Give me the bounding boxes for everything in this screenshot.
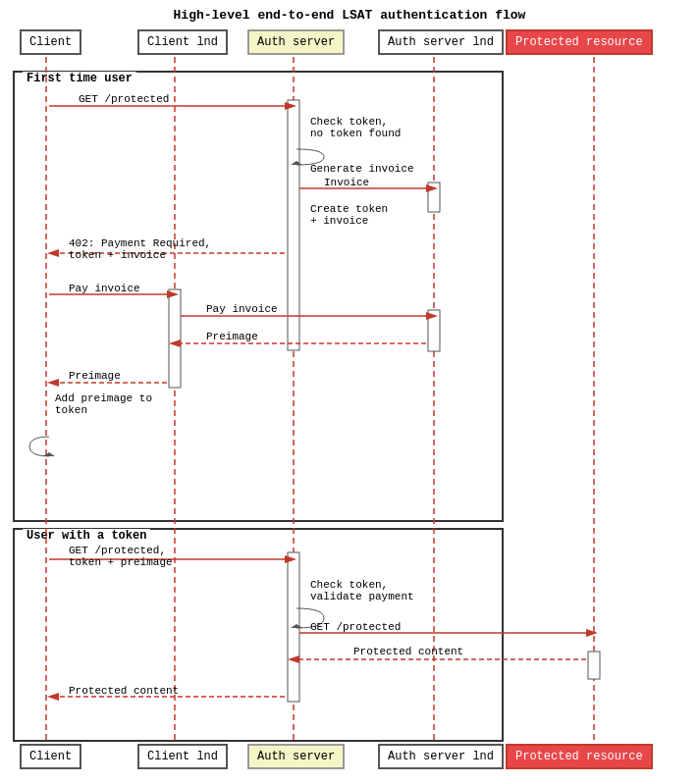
svg-rect-10 (588, 652, 600, 679)
group-first-time-user-label: First time user (23, 72, 136, 85)
msg-protected-content-2: Protected content (69, 685, 179, 697)
msg-generate-invoice: Generate invoice (310, 163, 414, 175)
msg-pay-invoice-2: Pay invoice (206, 303, 278, 315)
svg-marker-31 (586, 629, 598, 637)
msg-preimage-2: Preimage (69, 370, 121, 382)
diagram-container: High-level end-to-end LSAT authenticatio… (0, 0, 699, 784)
actor-client-top: Client (20, 29, 81, 55)
actor-auth-server-top: Auth server (247, 29, 345, 55)
actor-protected-resource-top: Protected resource (506, 29, 653, 55)
msg-check-token-not-found: Check token,no token found (310, 116, 401, 139)
actor-auth-server-bottom: Auth server (247, 744, 345, 769)
msg-get-protected-2: GET /protected,token + preimage (69, 545, 173, 568)
actor-protected-resource-bottom: Protected resource (506, 744, 653, 769)
actor-auth-server-ind-bottom: Auth server lnd (378, 744, 504, 769)
msg-get-protected-3: GET /protected (310, 621, 401, 633)
msg-invoice: Invoice (324, 177, 369, 188)
group-user-with-token-label: User with a token (23, 529, 150, 543)
msg-get-protected: GET /protected (79, 93, 169, 105)
msg-create-token: Create token+ invoice (310, 203, 388, 227)
msg-preimage-1: Preimage (206, 331, 258, 342)
msg-add-preimage: Add preimage totoken (55, 392, 152, 416)
msg-protected-content-1: Protected content (353, 646, 463, 657)
actor-client-bottom: Client (20, 744, 81, 769)
actor-client-ind-bottom: Client lnd (137, 744, 228, 769)
diagram-title: High-level end-to-end LSAT authenticatio… (0, 0, 699, 26)
msg-check-token-validate: Check token,validate payment (310, 579, 414, 602)
actor-auth-server-ind-top: Auth server lnd (378, 29, 504, 55)
group-first-time-user: First time user (13, 71, 504, 522)
actor-client-ind-top: Client lnd (137, 29, 228, 55)
msg-pay-invoice-1: Pay invoice (69, 283, 140, 294)
msg-402: 402: Payment Required,token + invoice (69, 237, 211, 261)
